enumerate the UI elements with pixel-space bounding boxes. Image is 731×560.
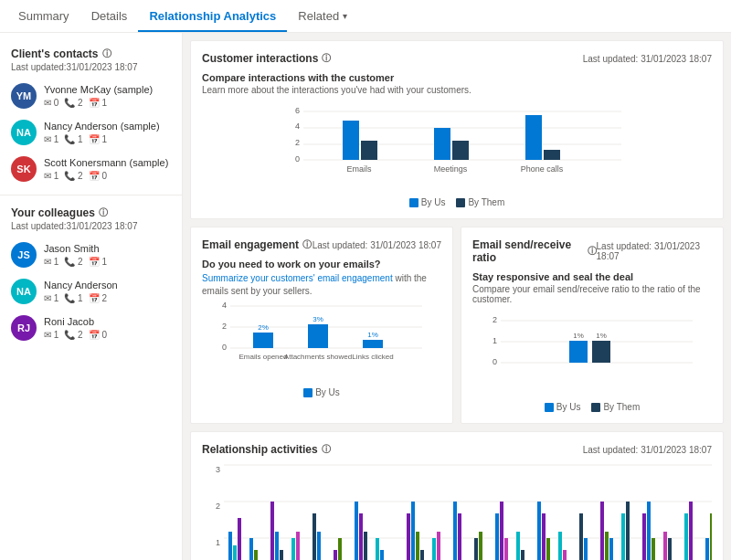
svg-rect-9	[361, 141, 377, 160]
svg-rect-66	[411, 502, 415, 560]
clients-last-updated: Last updated:31/01/2023 18:07	[0, 62, 182, 78]
svg-text:0: 0	[295, 154, 300, 164]
contact-item-nancy-b[interactable]: NA Nancy Anderson ✉ 1 📞 1 📅 2	[0, 273, 182, 310]
svg-text:2: 2	[222, 322, 227, 331]
activities-chart-scroll: 4 Oct 6 Oct 8 Oct 10 Oct 12 Oct 14 Oct 1…	[224, 463, 712, 560]
svg-rect-46	[228, 532, 232, 560]
main-content: Client's contacts ⓘ Last updated:31/01/2…	[0, 33, 731, 560]
tab-related[interactable]: Related ▾	[287, 2, 358, 32]
svg-text:Emails opened: Emails opened	[239, 353, 288, 361]
contact-stats-nancy-a: ✉ 1 📞 1 📅 1	[44, 134, 171, 144]
email-ratio-subtitle: Stay responsive and seal the deal	[472, 271, 712, 282]
email-ratio-title: Email send/receive ratio ⓘ	[472, 238, 597, 264]
sidebar-divider	[0, 195, 182, 195]
svg-rect-61	[359, 513, 363, 560]
activities-chart-wrapper: 3 2 1 0	[202, 463, 712, 560]
contact-name-jason: Jason Smith	[44, 242, 171, 255]
svg-rect-48	[238, 518, 241, 560]
email-ratio-legend: By Us By Them	[545, 402, 641, 412]
info-icon-interactions[interactable]: ⓘ	[322, 52, 331, 65]
clients-contacts-title: Client's contacts ⓘ	[0, 44, 182, 62]
svg-rect-89	[609, 538, 613, 560]
colleagues-last-updated: Last updated:31/01/2023 18:07	[0, 221, 182, 237]
contact-item-nancy-a[interactable]: NA Nancy Anderson (sample) ✉ 1 📞 1 📅 1	[0, 114, 182, 151]
contact-item-jason[interactable]: JS Jason Smith ✉ 1 📞 2 📅 1	[0, 237, 182, 273]
svg-rect-73	[474, 538, 478, 560]
y-axis-labels: 3 2 1 0	[202, 463, 224, 560]
info-icon-activities[interactable]: ⓘ	[322, 443, 331, 456]
svg-text:6: 6	[295, 106, 300, 115]
svg-rect-98	[689, 502, 693, 560]
avatar-roni: RJ	[11, 315, 37, 341]
svg-rect-51	[270, 502, 274, 560]
svg-rect-91	[626, 502, 630, 560]
svg-rect-71	[453, 502, 457, 560]
svg-text:1%: 1%	[596, 332, 607, 340]
svg-text:2: 2	[493, 315, 497, 324]
customer-interactions-last-updated: Last updated: 31/01/2023 18:07	[583, 54, 712, 64]
svg-rect-92	[642, 513, 646, 560]
sidebar: Client's contacts ⓘ Last updated:31/01/2…	[0, 33, 183, 560]
svg-text:Emails: Emails	[346, 164, 372, 174]
svg-text:1%: 1%	[367, 331, 378, 339]
svg-rect-85	[579, 513, 583, 560]
contact-name-nancy-b: Nancy Anderson	[44, 279, 171, 291]
legend-dot-ratio-by-us	[545, 403, 554, 412]
legend-dot-by-us	[409, 198, 418, 207]
svg-rect-8	[343, 121, 359, 160]
info-icon-clients[interactable]: ⓘ	[102, 48, 111, 60]
contact-stats-yvonne: ✉ 0 📞 2 📅 1	[44, 98, 171, 108]
contact-item-yvonne[interactable]: YM Yvonne McKay (sample) ✉ 0 📞 2 📅 1	[0, 78, 182, 114]
colleagues-title: Your colleagues ⓘ	[0, 203, 182, 221]
legend-dot-by-them	[456, 198, 465, 207]
svg-rect-97	[684, 513, 688, 560]
tab-details[interactable]: Details	[80, 2, 139, 32]
contact-stats-jason: ✉ 1 📞 2 📅 1	[44, 257, 171, 267]
contact-item-scott[interactable]: SK Scott Konersmann (sample) ✉ 1 📞 2 📅 0	[0, 151, 182, 187]
svg-text:3%: 3%	[313, 315, 323, 323]
tab-summary[interactable]: Summary	[7, 2, 80, 32]
info-icon-email-ratio[interactable]: ⓘ	[588, 245, 597, 258]
svg-rect-78	[516, 532, 520, 560]
svg-rect-12	[525, 115, 542, 160]
svg-rect-65	[407, 513, 410, 560]
avatar-yvonne: YM	[11, 83, 37, 109]
svg-text:Phone calls: Phone calls	[521, 164, 564, 174]
svg-rect-60	[355, 502, 358, 560]
svg-rect-63	[376, 538, 379, 560]
svg-rect-76	[500, 502, 503, 560]
email-engagement-chart: 4 2 0 2% 3%	[202, 297, 441, 397]
email-engagement-legend: By Us	[303, 387, 340, 397]
info-icon-email-engagement[interactable]: ⓘ	[302, 238, 312, 251]
svg-rect-56	[313, 513, 316, 560]
contact-item-roni[interactable]: RJ Roni Jacob ✉ 1 📞 2 📅 0	[0, 310, 182, 346]
activities-last-updated: Last updated: 31/01/2023 18:07	[583, 445, 712, 455]
svg-rect-49	[249, 538, 253, 560]
svg-rect-38	[569, 341, 588, 363]
legend-dot-ratio-by-them	[591, 403, 600, 412]
customer-interactions-desc: Learn more about the interactions you've…	[202, 85, 712, 95]
info-icon-colleagues[interactable]: ⓘ	[99, 206, 108, 219]
bottom-row: Email engagement ⓘ Last updated: 31/01/2…	[190, 227, 724, 424]
tab-relationship-analytics[interactable]: Relationship Analytics	[138, 2, 287, 32]
svg-rect-59	[338, 538, 342, 560]
contact-stats-roni: ✉ 1 📞 2 📅 0	[44, 330, 171, 340]
email-engagement-title: Email engagement ⓘ	[202, 238, 312, 251]
email-engagement-card: Email engagement ⓘ Last updated: 31/01/2…	[190, 227, 453, 424]
svg-rect-72	[458, 513, 461, 560]
svg-text:0: 0	[222, 343, 227, 352]
svg-rect-68	[420, 550, 424, 560]
svg-text:Links clicked: Links clicked	[352, 353, 393, 361]
relationship-activities-card: Relationship activities ⓘ Last updated: …	[190, 431, 724, 560]
svg-rect-96	[668, 538, 672, 560]
chevron-down-icon: ▾	[343, 11, 347, 21]
svg-rect-54	[291, 538, 295, 560]
customer-interactions-subtitle: Compare interactions with the customer	[202, 72, 712, 83]
svg-rect-55	[296, 532, 300, 560]
svg-rect-57	[317, 532, 321, 560]
svg-rect-47	[233, 545, 237, 560]
svg-rect-67	[416, 532, 419, 560]
svg-rect-77	[504, 538, 508, 560]
svg-rect-94	[652, 538, 655, 560]
customer-interactions-title: Customer interactions ⓘ	[202, 52, 331, 65]
